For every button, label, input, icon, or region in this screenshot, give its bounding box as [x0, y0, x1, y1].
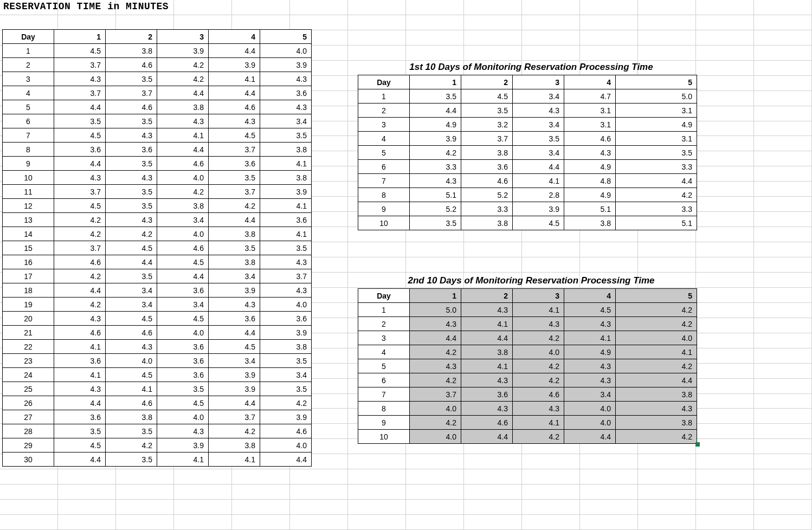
value-cell[interactable]: 5.0	[616, 89, 697, 104]
value-cell[interactable]: 4.3	[513, 104, 564, 118]
value-cell[interactable]: 4.2	[54, 298, 106, 312]
value-cell[interactable]: 3.5	[106, 269, 157, 283]
value-cell[interactable]: 4.4	[461, 331, 513, 345]
value-cell[interactable]: 4.2	[410, 416, 461, 430]
value-cell[interactable]: 4.2	[616, 317, 697, 331]
value-cell[interactable]: 4.0	[157, 227, 209, 241]
value-cell[interactable]: 3.1	[616, 132, 697, 146]
value-cell[interactable]: 3.5	[106, 157, 157, 171]
value-cell[interactable]: 3.9	[410, 132, 461, 146]
value-cell[interactable]: 3.7	[106, 86, 157, 100]
value-cell[interactable]: 4.3	[157, 424, 209, 438]
value-cell[interactable]: 4.1	[54, 340, 106, 354]
value-cell[interactable]: 3.5	[260, 354, 312, 368]
day-cell[interactable]: 1	[3, 44, 54, 58]
value-cell[interactable]: 4.3	[513, 317, 564, 331]
value-cell[interactable]: 3.6	[461, 160, 513, 174]
value-cell[interactable]: 3.7	[54, 58, 106, 72]
value-cell[interactable]: 3.6	[209, 157, 260, 171]
value-cell[interactable]: 4.3	[209, 298, 260, 312]
value-cell[interactable]: 3.9	[260, 410, 312, 424]
col-4[interactable]: 4	[564, 289, 616, 303]
value-cell[interactable]: 3.8	[209, 438, 260, 453]
value-cell[interactable]: 4.4	[209, 213, 260, 227]
value-cell[interactable]: 4.3	[54, 171, 106, 185]
value-cell[interactable]: 4.5	[54, 438, 106, 453]
value-cell[interactable]: 3.5	[260, 128, 312, 143]
value-cell[interactable]: 4.0	[410, 402, 461, 416]
value-cell[interactable]: 4.6	[260, 424, 312, 438]
value-cell[interactable]: 3.5	[106, 199, 157, 213]
value-cell[interactable]: 3.6	[54, 354, 106, 368]
day-cell[interactable]: 1	[358, 89, 410, 104]
value-cell[interactable]: 3.7	[209, 143, 260, 157]
day-cell[interactable]: 3	[358, 118, 410, 132]
value-cell[interactable]: 4.4	[157, 143, 209, 157]
value-cell[interactable]: 4.3	[461, 303, 513, 317]
value-cell[interactable]: 4.4	[410, 104, 461, 118]
value-cell[interactable]: 4.0	[260, 44, 312, 58]
value-cell[interactable]: 4.4	[54, 396, 106, 410]
value-cell[interactable]: 3.5	[157, 382, 209, 396]
value-cell[interactable]: 3.6	[106, 143, 157, 157]
value-cell[interactable]: 4.2	[54, 213, 106, 227]
value-cell[interactable]: 3.8	[260, 171, 312, 185]
value-cell[interactable]: 4.6	[54, 255, 106, 269]
col-2[interactable]: 2	[461, 289, 513, 303]
value-cell[interactable]: 3.8	[106, 410, 157, 424]
value-cell[interactable]: 4.6	[209, 100, 260, 114]
value-cell[interactable]: 3.5	[54, 114, 106, 128]
value-cell[interactable]: 4.4	[157, 86, 209, 100]
value-cell[interactable]: 4.3	[564, 373, 616, 387]
value-cell[interactable]: 4.2	[513, 331, 564, 345]
day-cell[interactable]: 20	[3, 312, 54, 326]
value-cell[interactable]: 4.3	[106, 213, 157, 227]
value-cell[interactable]: 4.5	[157, 396, 209, 410]
value-cell[interactable]: 4.2	[54, 227, 106, 241]
value-cell[interactable]: 3.6	[157, 340, 209, 354]
value-cell[interactable]: 4.3	[106, 128, 157, 143]
value-cell[interactable]: 5.2	[410, 202, 461, 216]
value-cell[interactable]: 3.1	[616, 104, 697, 118]
value-cell[interactable]: 3.8	[106, 44, 157, 58]
value-cell[interactable]: 4.4	[54, 157, 106, 171]
value-cell[interactable]: 3.8	[461, 146, 513, 160]
day-cell[interactable]: 5	[3, 100, 54, 114]
value-cell[interactable]: 4.3	[54, 72, 106, 86]
day-cell[interactable]: 30	[3, 453, 54, 467]
day-cell[interactable]: 7	[358, 174, 410, 188]
day-cell[interactable]: 28	[3, 424, 54, 438]
value-cell[interactable]: 4.2	[513, 373, 564, 387]
day-cell[interactable]: 19	[3, 298, 54, 312]
value-cell[interactable]: 4.2	[616, 430, 697, 444]
value-cell[interactable]: 4.1	[209, 453, 260, 467]
value-cell[interactable]: 3.7	[209, 410, 260, 424]
value-cell[interactable]: 5.2	[461, 188, 513, 202]
col-4[interactable]: 4	[209, 30, 260, 44]
value-cell[interactable]: 4.1	[260, 227, 312, 241]
value-cell[interactable]: 3.8	[461, 345, 513, 359]
value-cell[interactable]: 3.5	[410, 216, 461, 230]
value-cell[interactable]: 4.3	[106, 171, 157, 185]
day-cell[interactable]: 6	[358, 373, 410, 387]
value-cell[interactable]: 4.2	[616, 188, 697, 202]
value-cell[interactable]: 4.4	[616, 174, 697, 188]
value-cell[interactable]: 3.8	[461, 216, 513, 230]
value-cell[interactable]: 3.9	[209, 368, 260, 382]
value-cell[interactable]: 4.5	[157, 312, 209, 326]
value-cell[interactable]: 3.8	[157, 100, 209, 114]
value-cell[interactable]: 4.3	[513, 402, 564, 416]
day-cell[interactable]: 14	[3, 227, 54, 241]
value-cell[interactable]: 3.6	[260, 86, 312, 100]
value-cell[interactable]: 4.2	[54, 269, 106, 283]
value-cell[interactable]: 4.2	[513, 430, 564, 444]
value-cell[interactable]: 4.1	[54, 368, 106, 382]
value-cell[interactable]: 3.2	[461, 118, 513, 132]
value-cell[interactable]: 4.2	[106, 438, 157, 453]
value-cell[interactable]: 4.2	[157, 72, 209, 86]
value-cell[interactable]: 3.4	[209, 354, 260, 368]
value-cell[interactable]: 4.0	[616, 331, 697, 345]
day-cell[interactable]: 2	[358, 104, 410, 118]
day-cell[interactable]: 11	[3, 185, 54, 199]
value-cell[interactable]: 4.2	[616, 359, 697, 373]
